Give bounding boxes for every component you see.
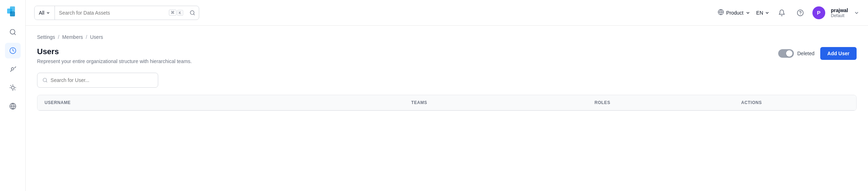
product-chevron-icon bbox=[745, 10, 750, 15]
svg-line-8 bbox=[15, 67, 16, 68]
svg-line-4 bbox=[14, 33, 15, 35]
sidebar-item-explore[interactable] bbox=[5, 24, 21, 40]
sidebar-item-insights[interactable] bbox=[5, 43, 21, 58]
page-title-section: Users Represent your entire organization… bbox=[37, 47, 192, 64]
user-search-input[interactable] bbox=[51, 77, 153, 83]
svg-line-12 bbox=[10, 86, 11, 86]
breadcrumb: Settings / Members / Users bbox=[37, 34, 857, 40]
breadcrumb-members[interactable]: Members bbox=[62, 34, 83, 40]
col-actions: ACTIONS bbox=[734, 95, 856, 110]
language-chevron-icon bbox=[765, 10, 770, 15]
header: All ⌘ K Product bbox=[26, 0, 868, 26]
page-description: Represent your entire organizational str… bbox=[37, 58, 192, 64]
product-selector-button[interactable]: Product bbox=[718, 9, 750, 16]
breadcrumb-users: Users bbox=[90, 34, 103, 40]
sidebar-item-globe[interactable] bbox=[5, 98, 21, 114]
table-header: USERNAME TEAMS ROLES ACTIONS bbox=[37, 95, 856, 110]
add-user-button[interactable]: Add User bbox=[820, 47, 857, 60]
svg-rect-2 bbox=[10, 11, 15, 16]
page-header: Users Represent your entire organization… bbox=[37, 47, 857, 64]
users-table: USERNAME TEAMS ROLES ACTIONS bbox=[37, 95, 857, 111]
avatar-initial: P bbox=[817, 10, 821, 16]
search-filter-label: All bbox=[39, 10, 45, 16]
user-name: prajwal bbox=[831, 7, 848, 13]
breadcrumb-settings[interactable]: Settings bbox=[37, 34, 55, 40]
kbd-key: K bbox=[177, 10, 183, 16]
notifications-button[interactable] bbox=[775, 6, 788, 19]
breadcrumb-sep-1: / bbox=[58, 34, 60, 40]
kbd-cmd: ⌘ bbox=[169, 10, 176, 16]
help-circle-icon bbox=[797, 9, 804, 16]
language-label: EN bbox=[756, 10, 763, 16]
svg-line-19 bbox=[193, 14, 195, 15]
col-teams: TEAMS bbox=[404, 95, 587, 110]
page-title: Users bbox=[37, 47, 192, 56]
sidebar-item-ideas[interactable] bbox=[5, 80, 21, 96]
global-search-container: All ⌘ K bbox=[34, 6, 199, 20]
user-search-icon bbox=[42, 77, 48, 83]
deleted-toggle[interactable] bbox=[778, 49, 794, 58]
svg-line-25 bbox=[46, 81, 47, 82]
toggle-thumb bbox=[786, 50, 792, 57]
sidebar bbox=[0, 0, 26, 191]
help-button[interactable] bbox=[794, 6, 807, 19]
deleted-toggle-group: Deleted bbox=[778, 49, 815, 58]
bell-icon bbox=[778, 9, 785, 16]
col-username: USERNAME bbox=[37, 95, 404, 110]
user-role: Default bbox=[831, 13, 848, 18]
sidebar-item-tools[interactable] bbox=[5, 61, 21, 77]
user-info[interactable]: prajwal Default bbox=[831, 7, 848, 18]
page-actions: Deleted Add User bbox=[778, 47, 857, 60]
toggle-label: Deleted bbox=[797, 51, 815, 56]
user-search-container bbox=[37, 73, 158, 88]
globe-icon bbox=[718, 9, 724, 16]
main-content: All ⌘ K Product bbox=[26, 0, 868, 191]
user-dropdown-button[interactable] bbox=[854, 10, 859, 16]
svg-point-6 bbox=[11, 68, 14, 70]
col-roles: ROLES bbox=[587, 95, 734, 110]
svg-line-7 bbox=[10, 70, 12, 71]
product-label: Product bbox=[726, 10, 743, 16]
header-actions: Product EN P prajwal bbox=[718, 6, 859, 19]
svg-line-13 bbox=[15, 89, 15, 90]
app-logo[interactable] bbox=[6, 4, 20, 19]
language-selector-button[interactable]: EN bbox=[756, 10, 769, 16]
svg-point-9 bbox=[11, 86, 14, 89]
search-input[interactable] bbox=[55, 6, 169, 20]
page-content: Settings / Members / Users Users Represe… bbox=[26, 26, 868, 191]
search-keyboard-shortcut: ⌘ K bbox=[169, 10, 186, 16]
user-chevron-icon bbox=[854, 10, 859, 16]
avatar[interactable]: P bbox=[812, 6, 825, 19]
search-filter-button[interactable]: All bbox=[35, 6, 55, 20]
search-submit-button[interactable] bbox=[186, 6, 199, 20]
breadcrumb-sep-2: / bbox=[86, 34, 87, 40]
svg-rect-1 bbox=[10, 6, 15, 11]
